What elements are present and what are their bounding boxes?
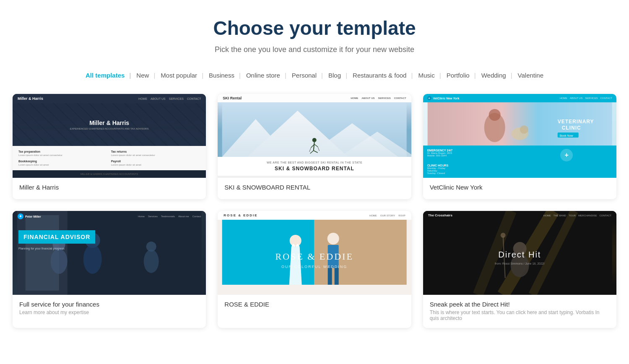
nav-item-business[interactable]: Business [203, 69, 240, 81]
svg-point-33 [290, 235, 302, 247]
nav-item-music[interactable]: Music [412, 69, 440, 81]
template-card-ski-rental[interactable]: SKI Rental HOME ABOUT US SERVICES CONTAC… [218, 94, 411, 199]
nav-item-online-store[interactable]: Online store [240, 69, 286, 81]
nav-item-most-popular[interactable]: Most popular [155, 69, 203, 81]
svg-rect-36 [328, 268, 332, 285]
template-desc-finance: Learn more about my expertise [19, 309, 199, 315]
template-preview-wedding: ROSE & EDDIE HOME OUR STORY RSVP [218, 211, 411, 295]
template-name-vet: VetClinic New York [430, 184, 610, 191]
svg-point-5 [312, 138, 317, 142]
nav-item-blog[interactable]: Blog [322, 69, 347, 81]
template-preview-miller: Miller & Harris HOME ABOUT US SERVICES C… [13, 94, 206, 178]
nav-item-valentine[interactable]: Valentine [512, 69, 549, 81]
svg-rect-37 [335, 268, 339, 285]
template-card-miller-harris[interactable]: Miller & Harris HOME ABOUT US SERVICES C… [13, 94, 206, 199]
svg-text:CLINIC: CLINIC [561, 125, 581, 131]
template-preview-music: The Crosshairs HOME THE BAND TOUR MERCHA… [423, 211, 616, 295]
template-name-wedding: ROSE & EDDIE [224, 301, 404, 308]
template-preview-vet: + VetClinic New York HOME ABOUT US SERVI… [423, 94, 616, 178]
nav-item-restaurants[interactable]: Restaurants & food [347, 69, 412, 81]
nav-item-new[interactable]: New [130, 69, 155, 81]
template-name-ski: SKI & SNOWBOARD RENTAL [224, 184, 404, 191]
template-preview-ski: SKI Rental HOME ABOUT US SERVICES CONTAC… [218, 94, 411, 178]
template-desc-music: This is where your text starts. You can … [430, 309, 610, 321]
svg-point-15 [489, 109, 500, 121]
template-info-wedding: ROSE & EDDIE [218, 295, 411, 316]
template-filter-nav: All templates New Most popular Business … [13, 69, 616, 81]
template-card-financial-advisor[interactable]: ✦ Peter Miller Home Services Testimonial… [13, 211, 206, 328]
nav-item-wedding[interactable]: Wedding [476, 69, 512, 81]
template-card-vet-clinic[interactable]: + VetClinic New York HOME ABOUT US SERVI… [423, 94, 616, 199]
template-name-miller: Miller & Harris [19, 184, 199, 191]
svg-text:OUR COLORFUL WEDDING: OUR COLORFUL WEDDING [281, 265, 347, 269]
template-info-vet: VetClinic New York [423, 178, 616, 199]
nav-item-personal[interactable]: Personal [286, 69, 322, 81]
page-subtitle: Pick the one you love and customize it f… [13, 45, 616, 54]
svg-point-17 [520, 125, 528, 134]
svg-text:ROSE & EDDIE: ROSE & EDDIE [276, 251, 353, 262]
templates-grid: Miller & Harris HOME ABOUT US SERVICES C… [13, 94, 616, 328]
template-info-finance: Full service for your finances Learn mor… [13, 295, 206, 322]
template-card-rose-eddie[interactable]: ROSE & EDDIE HOME OUR STORY RSVP [218, 211, 411, 328]
page-title: Choose your template [13, 17, 616, 39]
svg-text:VETERINARY: VETERINARY [557, 119, 594, 125]
template-name-music: Sneak peek at the Direct Hit! [430, 301, 610, 308]
template-info-ski: SKI & SNOWBOARD RENTAL [218, 178, 411, 199]
template-info-music: Sneak peek at the Direct Hit! This is wh… [423, 295, 616, 328]
nav-item-all[interactable]: All templates [80, 69, 130, 81]
template-preview-finance: ✦ Peter Miller Home Services Testimonial… [13, 211, 206, 295]
nav-item-portfolio[interactable]: Portfolio [441, 69, 476, 81]
svg-point-34 [327, 233, 339, 244]
template-card-direct-hit[interactable]: The Crosshairs HOME THE BAND TOUR MERCHA… [423, 211, 616, 328]
page-header: Choose your template Pick the one you lo… [13, 17, 616, 54]
svg-text:Book Now: Book Now [559, 134, 573, 137]
template-info-miller: Miller & Harris [13, 178, 206, 199]
template-name-finance: Full service for your finances [19, 301, 199, 308]
